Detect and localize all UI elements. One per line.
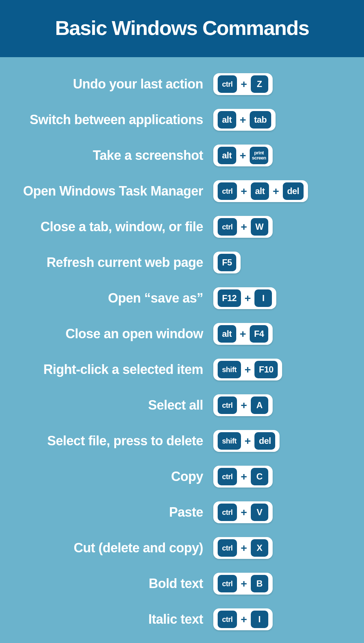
command-label: Open “save as” [16, 291, 213, 306]
command-row: Select allctrl+A [0, 394, 364, 416]
key-cap: I [251, 611, 268, 628]
command-label: Refresh current web page [16, 255, 213, 270]
shortcut-pill: shift+del [213, 430, 280, 452]
command-label: Bold text [16, 576, 213, 591]
command-label: Close a tab, window, or file [16, 219, 213, 234]
key-cap: alt [218, 147, 236, 164]
command-label: Switch between applications [16, 112, 213, 127]
plus-icon: + [240, 328, 246, 340]
plus-icon: + [241, 185, 247, 197]
plus-icon: + [241, 470, 247, 483]
command-label: Cut (delete and copy) [16, 540, 213, 556]
command-label: Paste [16, 505, 213, 520]
key-cap: ctrl [218, 539, 237, 557]
shortcut-pill: ctrl+Z [213, 73, 273, 95]
shortcut-pill: F5 [213, 252, 241, 273]
plus-icon: + [241, 506, 247, 518]
key-cap: ctrl [218, 504, 237, 521]
key-cap: ctrl [218, 468, 237, 485]
shortcut-pill: ctrl+X [213, 537, 273, 559]
shortcut-pill: ctrl+V [213, 501, 273, 523]
command-row: Close an open windowalt+F4 [0, 323, 364, 345]
key-cap: F10 [254, 361, 278, 378]
shortcut-pill: ctrl+C [213, 466, 273, 488]
command-row: Cut (delete and copy)ctrl+X [0, 537, 364, 559]
shortcut-pill: ctrl+B [213, 573, 273, 595]
key-cap: I [254, 289, 272, 307]
key-cap: B [251, 575, 268, 592]
key-cap: shift [218, 361, 241, 378]
shortcut-pill: ctrl+A [213, 394, 273, 416]
plus-icon: + [245, 292, 251, 304]
command-row: Bold textctrl+B [0, 573, 364, 595]
key-cap: printscreen [250, 147, 268, 164]
command-label: Copy [16, 469, 213, 484]
key-cap: alt [218, 111, 236, 129]
command-label: Select file, press to delete [16, 433, 213, 449]
key-cap: ctrl [218, 75, 237, 93]
command-label: Close an open window [16, 326, 213, 342]
plus-icon: + [241, 542, 247, 554]
command-label: Open Windows Task Manager [16, 184, 213, 199]
command-list: Undo your last actionctrl+ZSwitch betwee… [0, 57, 364, 643]
command-label: Right-click a selected item [16, 362, 213, 377]
key-cap: F4 [250, 325, 268, 343]
plus-icon: + [245, 363, 251, 376]
shortcut-pill: ctrl+I [213, 608, 273, 630]
command-label: Undo your last action [16, 76, 213, 92]
key-cap: del [283, 182, 304, 200]
plus-icon: + [241, 78, 247, 90]
key-cap: F12 [218, 289, 241, 307]
key-cap: tab [250, 111, 271, 129]
plus-icon: + [241, 613, 247, 626]
shortcut-pill: ctrl+alt+del [213, 180, 308, 202]
key-cap: ctrl [218, 611, 237, 628]
plus-icon: + [245, 435, 251, 447]
command-row: Refresh current web pageF5 [0, 252, 364, 273]
plus-icon: + [241, 221, 247, 233]
header: Basic Windows Commands [0, 0, 364, 57]
page-title: Basic Windows Commands [7, 16, 357, 40]
key-cap: ctrl [218, 218, 237, 236]
command-row: Switch between applicationsalt+tab [0, 109, 364, 131]
command-row: Italic textctrl+I [0, 608, 364, 630]
shortcut-pill: shift+F10 [213, 359, 282, 380]
key-cap: C [251, 468, 268, 485]
key-cap: F5 [218, 254, 236, 271]
plus-icon: + [273, 185, 279, 197]
key-cap: A [251, 397, 268, 414]
command-label: Italic text [16, 612, 213, 627]
shortcut-pill: alt+tab [213, 109, 276, 131]
key-cap: W [251, 218, 268, 236]
key-cap: ctrl [218, 397, 237, 414]
command-row: Open Windows Task Managerctrl+alt+del [0, 180, 364, 202]
key-cap: ctrl [218, 182, 237, 200]
command-row: Pastectrl+V [0, 501, 364, 523]
key-cap: Z [251, 75, 268, 93]
command-label: Take a screenshot [16, 148, 213, 163]
command-row: Select file, press to deleteshift+del [0, 430, 364, 452]
command-row: Open “save as”F12+I [0, 287, 364, 309]
command-row: Close a tab, window, or filectrl+W [0, 216, 364, 238]
plus-icon: + [241, 577, 247, 590]
key-cap: alt [251, 182, 269, 200]
key-cap: alt [218, 325, 236, 343]
key-cap: ctrl [218, 575, 237, 592]
key-cap: X [251, 539, 268, 557]
key-cap: shift [218, 432, 241, 450]
plus-icon: + [240, 114, 246, 126]
command-row: Undo your last actionctrl+Z [0, 73, 364, 95]
command-label: Select all [16, 398, 213, 413]
key-cap: del [254, 432, 275, 450]
key-cap: V [251, 504, 268, 521]
command-row: Right-click a selected itemshift+F10 [0, 359, 364, 380]
plus-icon: + [241, 399, 247, 411]
command-row: Copyctrl+C [0, 466, 364, 488]
command-row: Take a screenshotalt+printscreen [0, 145, 364, 166]
shortcut-pill: ctrl+W [213, 216, 273, 238]
shortcut-pill: alt+printscreen [213, 145, 273, 166]
plus-icon: + [240, 149, 246, 162]
shortcut-pill: alt+F4 [213, 323, 273, 345]
shortcut-pill: F12+I [213, 287, 276, 309]
